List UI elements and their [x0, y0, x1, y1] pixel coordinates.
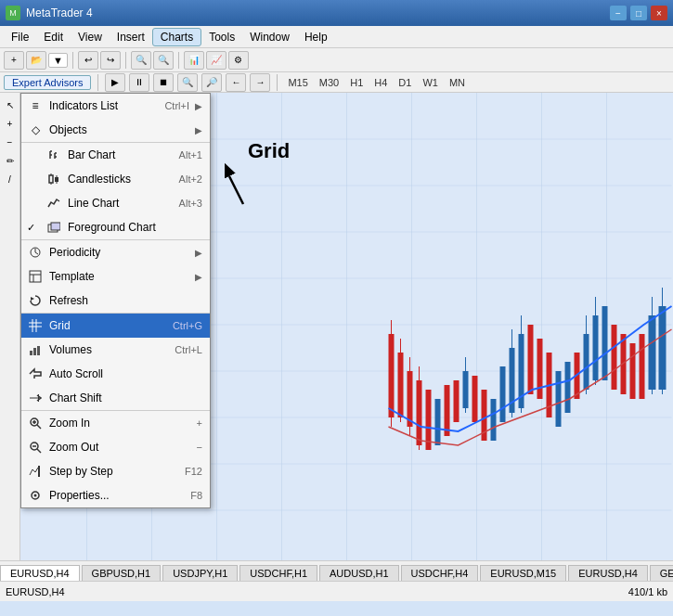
svg-rect-78	[49, 175, 53, 183]
title-text: MetaTrader 4	[26, 6, 93, 19]
tf-h1[interactable]: H1	[346, 76, 367, 89]
tb-zoom-in-btn[interactable]: 🔍	[131, 51, 151, 70]
tab-ge[interactable]: GE...	[650, 565, 673, 581]
menu-charts[interactable]: Charts	[152, 28, 201, 46]
menu-zoom-in[interactable]: Zoom In +	[21, 411, 210, 435]
tb-ea-1[interactable]: ▶	[105, 73, 125, 92]
toolbar-1: + 📂 ▼ ↩ ↪ 🔍 🔍 📊 📈 ⚙	[0, 48, 673, 72]
tb-line-btn[interactable]: 📈	[206, 51, 226, 70]
menu-window[interactable]: Window	[242, 29, 297, 45]
tb-undo-btn[interactable]: ↩	[78, 51, 98, 70]
svg-rect-38	[435, 399, 441, 445]
menu-step-by-step[interactable]: Step by Step F12	[21, 459, 210, 483]
objects-icon: ◇	[27, 122, 44, 138]
menu-tools[interactable]: Tools	[201, 29, 242, 45]
tab-usdchf-h1[interactable]: USDCHF,H1	[239, 565, 317, 581]
menu-help[interactable]: Help	[297, 29, 335, 45]
menu-grid[interactable]: Grid Ctrl+G	[21, 314, 210, 338]
svg-line-103	[37, 425, 41, 429]
svg-rect-98	[33, 348, 36, 355]
menu-bar-chart[interactable]: Bar Chart Alt+1	[21, 143, 210, 167]
separator-ea	[97, 74, 98, 91]
title-bar: M MetaTrader 4 − □ ×	[0, 0, 673, 26]
menu-refresh[interactable]: Refresh	[21, 289, 210, 313]
lt-cursor-btn[interactable]: ↖	[2, 96, 19, 113]
tb-chart-btn[interactable]: 📊	[184, 51, 204, 70]
tab-gbpusd-h1[interactable]: GBPUSD,H1	[82, 565, 162, 581]
tab-usdjpy-h1[interactable]: USDJPY,H1	[162, 565, 238, 581]
menu-bar: File Edit View Insert Charts Tools Windo…	[0, 26, 673, 48]
bottom-tabs: EURUSD,H4 GBPUSD,H1 USDJPY,H1 USDCHF,H1 …	[0, 560, 673, 581]
maximize-button[interactable]: □	[630, 6, 647, 20]
tb-ea-7[interactable]: →	[250, 73, 270, 92]
grid-icon	[27, 317, 44, 334]
minimize-button[interactable]: −	[610, 6, 627, 20]
tb-ea-6[interactable]: ←	[226, 73, 246, 92]
tb-ea-3[interactable]: ⏹	[153, 73, 174, 92]
tf-m15[interactable]: M15	[284, 76, 311, 89]
menu-periodicity[interactable]: Periodicity ▶	[21, 240, 210, 264]
toolbar-2: Expert Advisors ▶ ⏸ ⏹ 🔍 🔎 ← → M15 M30 H1…	[0, 72, 673, 93]
menu-view[interactable]: View	[71, 29, 110, 45]
tab-eurusd-m15[interactable]: EURUSD,M15	[480, 565, 566, 581]
menu-properties[interactable]: Properties... F8	[21, 483, 210, 507]
tf-h4[interactable]: H4	[370, 76, 391, 89]
tf-w1[interactable]: W1	[419, 76, 442, 89]
tab-audusd-h1[interactable]: AUDUSD,H1	[319, 565, 399, 581]
svg-rect-39	[445, 385, 450, 436]
main-area: ↖ + − ✏ /	[0, 93, 673, 560]
svg-rect-52	[537, 339, 543, 399]
tb-zoom-out-btn[interactable]: 🔍	[153, 51, 174, 70]
tf-mn[interactable]: MN	[446, 76, 469, 89]
tab-usdchf-h4[interactable]: USDCHF,H4	[401, 565, 479, 581]
tb-open-btn[interactable]: 📂	[26, 51, 46, 70]
menu-file[interactable]: File	[4, 29, 36, 45]
tb-props-btn[interactable]: ⚙	[228, 51, 249, 70]
expert-advisors-btn[interactable]: Expert Advisors	[4, 75, 91, 90]
separator-1	[72, 52, 73, 69]
menu-objects[interactable]: ◇ Objects ▶	[21, 118, 210, 142]
tab-eurusd-h4-2[interactable]: EURUSD,H4	[568, 565, 648, 581]
lt-draw-btn[interactable]: ✏	[2, 152, 19, 169]
title-bar-left: M MetaTrader 4	[6, 6, 93, 20]
svg-line-107	[37, 449, 41, 453]
svg-rect-99	[37, 346, 40, 355]
tb-ea-2[interactable]: ⏸	[129, 73, 149, 92]
lt-minus-btn[interactable]: −	[2, 134, 19, 150]
menu-foreground-chart[interactable]: ✓ Foreground Chart	[21, 215, 210, 239]
indicators-icon: ≡	[27, 97, 44, 114]
close-button[interactable]: ×	[651, 6, 667, 20]
tb-ea-5[interactable]: 🔎	[201, 73, 222, 92]
svg-rect-85	[51, 223, 60, 230]
menu-indicators-list[interactable]: ≡ Indicators List Ctrl+I ▶	[21, 94, 210, 118]
tb-redo-btn[interactable]: ↪	[100, 51, 121, 70]
lt-line-btn[interactable]: /	[2, 171, 19, 187]
tb-dropdown-1[interactable]: ▼	[48, 53, 68, 68]
lt-crosshair-btn[interactable]: +	[2, 115, 19, 132]
status-info: 410/1 kb	[628, 586, 667, 597]
menu-volumes[interactable]: Volumes Ctrl+L	[21, 338, 210, 362]
volumes-icon	[27, 341, 44, 358]
tb-ea-4[interactable]: 🔍	[177, 73, 198, 92]
svg-line-88	[35, 252, 38, 254]
menu-zoom-out[interactable]: Zoom Out −	[21, 435, 210, 459]
menu-auto-scroll[interactable]: Auto Scroll	[21, 362, 210, 386]
template-icon	[27, 268, 44, 285]
menu-insert[interactable]: Insert	[110, 29, 152, 45]
tf-d1[interactable]: D1	[395, 76, 415, 89]
bar-chart-icon	[45, 147, 62, 163]
svg-rect-43	[472, 376, 478, 422]
menu-line-chart[interactable]: Line Chart Alt+3	[21, 191, 210, 215]
menu-edit[interactable]: Edit	[36, 29, 71, 45]
chart-area[interactable]: Grid ≡ Indicators List Ctrl+I ▶ ◇ Object…	[20, 93, 673, 560]
tab-eurusd-h4-1[interactable]: EURUSD,H4	[0, 565, 80, 581]
menu-candlesticks[interactable]: Candlesticks Alt+2	[21, 167, 210, 191]
left-toolbar: ↖ + − ✏ /	[0, 93, 20, 560]
svg-rect-89	[30, 271, 41, 282]
menu-template[interactable]: Template ▶	[21, 264, 210, 289]
menu-section-2: Bar Chart Alt+1 Candlesticks Alt+2	[21, 143, 210, 240]
tb-new-btn[interactable]: +	[4, 51, 24, 70]
tf-m30[interactable]: M30	[316, 76, 343, 89]
foreground-icon	[45, 219, 62, 236]
menu-chart-shift[interactable]: Chart Shift	[21, 386, 210, 410]
